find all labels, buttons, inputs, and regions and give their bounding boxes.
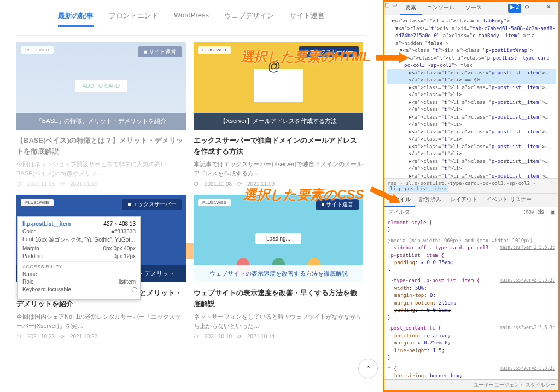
inspect-icon[interactable]: ◫ bbox=[384, 2, 392, 9]
post-card[interactable]: PLUS1WEB ■ サイト運営 ADD TO CARD 「BASE」の特徴、メ… bbox=[16, 42, 186, 187]
filter-input[interactable] bbox=[388, 209, 524, 215]
post-excerpt: 今回は国内シェアNo. 1の老舗レンタルサーバー「エックスサーバー(Xserve… bbox=[16, 312, 186, 330]
device-icon[interactable]: ▭ bbox=[392, 2, 400, 9]
issues-badge[interactable]: ▶ 2 bbox=[508, 4, 521, 13]
annotation-css: 選択した要素のCSS bbox=[243, 186, 402, 203]
annotation-html: 選択した要素のHTML bbox=[241, 48, 409, 66]
post-card[interactable]: PLUS1WEB ■ サイト運営 Loading... ウェブサイトの表示速度を… bbox=[194, 195, 363, 340]
post-title[interactable]: ウェブサイトの表示速度を改善・早くする方法を徹底解説 bbox=[194, 288, 363, 309]
post-title[interactable]: エックスサーバーで独自ドメインのメールアドレスを作成する方法 bbox=[194, 135, 363, 156]
gear-icon[interactable]: ⚙ bbox=[524, 4, 532, 11]
tab-computed[interactable]: 計算済み bbox=[415, 194, 446, 207]
tab-console[interactable]: コンソール bbox=[422, 2, 460, 15]
post-excerpt: ネットサーフィンをしていると時々ウェブサイトがなかなか立ち上がらないといった… bbox=[194, 312, 363, 330]
brand-logo: PLUS1WEB bbox=[21, 199, 54, 206]
thumb-caption: 【Xserver】メールアドレスを作成する方法 bbox=[194, 113, 363, 130]
nav-tabs: 最新の記事 フロントエンド WordPress ウェブデザイン サイト運営 bbox=[16, 5, 366, 36]
devtools-panel: ◫ ▭ 要素 コンソール ソース ▶ 2 ⚙ ⋮ ✕ ▼<a">class="t… bbox=[383, 0, 560, 392]
inspect-tooltip: li.p-postList__item 427 × 408.13 Color■#… bbox=[18, 216, 141, 300]
brand-logo: PLUS1WEB bbox=[21, 46, 54, 54]
post-dates: ⏱ 2021.10.10 ⟳ 2021.10.14 bbox=[194, 334, 363, 340]
more-icon[interactable]: ⋮ bbox=[535, 4, 543, 11]
styles-panel[interactable]: element.style {}@media (min-width: 960px… bbox=[384, 217, 558, 380]
thumb-caption: ウェブサイトの表示速度を改善する方法を徹底解説 bbox=[194, 265, 363, 282]
thumb-caption: 「BASE」の特徴、メリット・デメリットを紹介 bbox=[16, 113, 186, 130]
tab-sources[interactable]: ソース bbox=[460, 2, 487, 15]
styles-filter: :hov .cls + ▣ bbox=[384, 207, 558, 217]
tab-wordpress[interactable]: WordPress bbox=[174, 11, 209, 27]
brand-logo: PLUS1WEB bbox=[198, 199, 231, 206]
scroll-top-button[interactable]: ⌃ bbox=[358, 359, 378, 378]
styles-tabs: スタイル 計算済み レイアウト イベント リスナー bbox=[384, 194, 558, 207]
tab-layout[interactable]: レイアウト bbox=[446, 194, 482, 207]
tab-siteops[interactable]: サイト運営 bbox=[289, 11, 325, 27]
filter-buttons[interactable]: :hov .cls + ▣ bbox=[524, 209, 555, 215]
post-title[interactable]: 【BASE(ベイス)の特徴とは？】メリット・デメリットを徹底解説 bbox=[16, 135, 186, 156]
tab-latest[interactable]: 最新の記事 bbox=[58, 11, 94, 27]
post-excerpt: 今回はネットショップ開設サービスで非常に人気の高いBASE(ベイス)の特徴やメリ… bbox=[16, 160, 186, 178]
post-dates: ⏱ 2021.11.15 ⟳ 2021.11.15 bbox=[16, 181, 186, 187]
post-excerpt: 本記事ではエックスサーバー(Xserver)で独自ドメインのメールアドレスを作成… bbox=[194, 160, 363, 178]
breadcrumb[interactable]: rap › ul.p-postList.-type-card.-pc-col3.… bbox=[384, 178, 558, 194]
tab-webdesign[interactable]: ウェブデザイン bbox=[224, 11, 274, 27]
arrow-icon bbox=[376, 52, 409, 63]
tab-listeners[interactable]: イベント リスナー bbox=[482, 194, 536, 207]
category-tag[interactable]: ■ エックスサーバー bbox=[122, 199, 182, 210]
tab-elements[interactable]: 要素 bbox=[400, 2, 422, 15]
category-tag[interactable]: ■ サイト運営 bbox=[138, 46, 182, 57]
post-dates: ⏱ 2021.10.22 ⟳ 2021.10.22 bbox=[16, 334, 186, 340]
tooltip-selector: li.p-postList__item bbox=[22, 221, 71, 227]
tab-frontend[interactable]: フロントエンド bbox=[109, 11, 159, 27]
dom-tree[interactable]: ▼<a">class="t">div a">class="c-tabBody">… bbox=[384, 15, 558, 178]
devtools-top-tabs: ◫ ▭ 要素 コンソール ソース ▶ 2 ⚙ ⋮ ✕ bbox=[384, 2, 558, 15]
styles-footer: ユーザー エージェント スタイルシー bbox=[384, 379, 558, 390]
tooltip-size: 427 × 408.13 bbox=[103, 221, 136, 227]
close-icon[interactable]: ✕ bbox=[546, 4, 554, 11]
brand-logo: PLUS1WEB bbox=[198, 46, 231, 54]
